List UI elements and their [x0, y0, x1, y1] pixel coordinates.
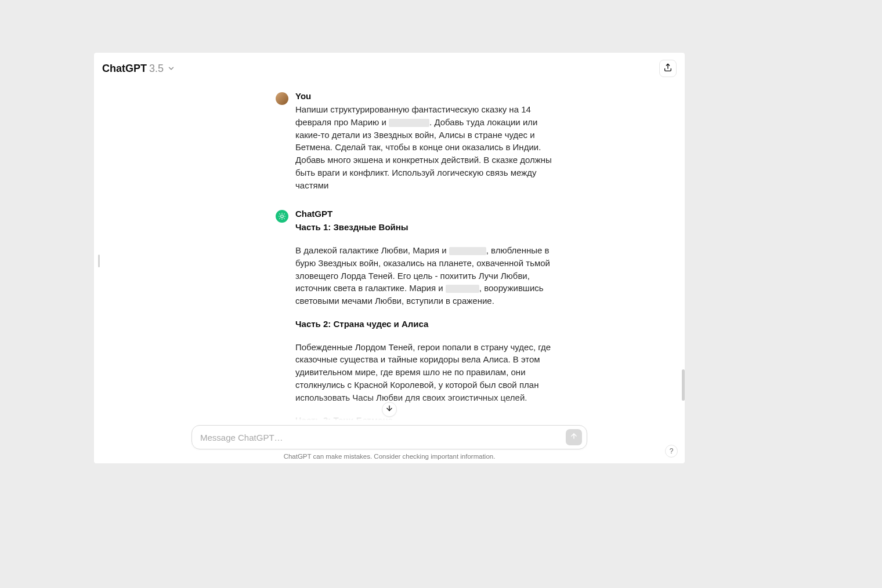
message-input[interactable] — [200, 433, 566, 442]
redacted-name: . — [389, 119, 429, 127]
section-heading-3: Часть 3: Тени Бетмена — [295, 414, 558, 420]
chevron-down-icon — [167, 64, 175, 72]
section-para-2: Побежденные Лордом Теней, герои попали в… — [295, 341, 558, 404]
redacted-name: . — [446, 285, 479, 293]
composer-wrap — [94, 420, 685, 449]
message-author-user: You — [295, 91, 558, 101]
app-frame: ChatGPT 3.5 You — [94, 53, 685, 463]
header: ChatGPT 3.5 — [94, 53, 685, 83]
scrollbar-thumb[interactable] — [682, 369, 685, 401]
avatar-assistant — [276, 210, 288, 223]
redacted-name: . — [449, 247, 486, 255]
avatar-user — [276, 92, 288, 105]
section-para-1: В далекой галактике Любви, Мария и ., вл… — [295, 244, 558, 307]
share-button[interactable] — [659, 60, 677, 77]
arrow-up-icon — [570, 432, 578, 442]
share-icon — [663, 63, 673, 74]
arrow-down-icon — [385, 404, 393, 415]
chat-scroll[interactable]: You Напиши структурированную фантастичес… — [94, 83, 685, 420]
composer — [191, 425, 587, 449]
message-assistant: ChatGPT Часть 1: Звездные Войны В далеко… — [175, 209, 604, 420]
model-selector[interactable]: ChatGPT 3.5 — [102, 63, 175, 75]
model-name: ChatGPT — [102, 63, 147, 75]
message-user: You Напиши структурированную фантастичес… — [175, 91, 604, 191]
svg-point-1 — [281, 215, 284, 218]
section-heading-1: Часть 1: Звездные Войны — [295, 221, 558, 234]
section-heading-2: Часть 2: Страна чудес и Алиса — [295, 318, 558, 331]
help-label: ? — [670, 447, 674, 455]
send-button[interactable] — [566, 429, 582, 445]
scroll-to-bottom-button[interactable] — [382, 402, 397, 417]
message-text-user: Напиши структурированную фантастическую … — [295, 103, 558, 191]
disclaimer: ChatGPT can make mistakes. Consider chec… — [94, 449, 685, 463]
message-text-assistant: Часть 1: Звездные Войны В далекой галакт… — [295, 221, 558, 420]
model-version: 3.5 — [149, 63, 164, 75]
message-author-assistant: ChatGPT — [295, 209, 558, 219]
help-button[interactable]: ? — [665, 445, 678, 458]
